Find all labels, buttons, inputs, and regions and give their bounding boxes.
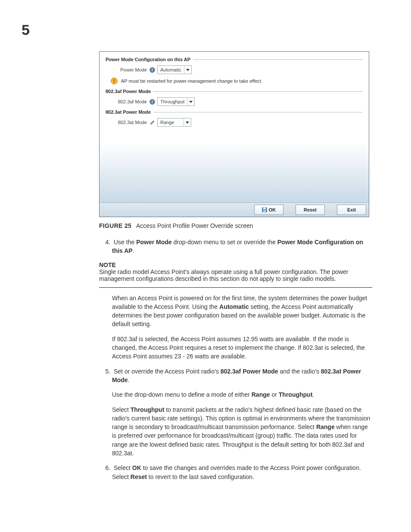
af-mode-dropdown[interactable]: Throughput — [157, 97, 195, 106]
at-mode-dropdown[interactable]: Range — [157, 118, 191, 127]
warning-text: AP must be restarted for power-managemen… — [121, 78, 262, 84]
screenshot-footer: OK Reset Exit — [100, 202, 369, 217]
dropdown-value: Throughput — [158, 98, 187, 106]
at-mode-row: 802.3at Mode Range — [113, 118, 363, 127]
divider-line — [153, 91, 363, 92]
af-mode-label: 802.3af Mode — [113, 99, 149, 104]
steps-list: Use the Power Mode drop-down menu to set… — [99, 238, 372, 255]
svg-rect-1 — [263, 208, 266, 209]
section-title-8023at: 802.3at Power Mode — [106, 109, 363, 115]
screenshot-panel: Power Mode Configuration on this AP Powe… — [99, 51, 369, 217]
chevron-down-icon — [184, 121, 191, 124]
section-title-8023af: 802.3af Power Mode — [106, 89, 363, 94]
power-mode-row: Power Mode i Automatic — [113, 65, 363, 74]
reset-button[interactable]: Reset — [296, 205, 325, 215]
paragraph-8023af: If 802.3af is selected, the Access Point… — [112, 335, 372, 361]
section-title-text: 802.3af Power Mode — [106, 89, 151, 94]
warning-row: ! AP must be restarted for power-managem… — [111, 78, 363, 84]
af-mode-row: 802.3af Mode i Throughput — [113, 97, 363, 106]
info-icon[interactable]: i — [149, 99, 155, 105]
figure-caption: FIGURE 25 Access Point Profile Power Ove… — [99, 222, 372, 229]
divider-line — [153, 112, 363, 112]
ok-button-label: OK — [269, 207, 276, 212]
steps-list-5: Set or override the Access Point radio's… — [99, 367, 372, 385]
divider-line — [193, 59, 363, 60]
figure-title: Access Point Profile Power Override scre… — [136, 222, 253, 229]
dropdown-value: Range — [158, 118, 184, 126]
chapter-number: 5 — [22, 22, 372, 38]
power-mode-dropdown[interactable]: Automatic — [157, 65, 192, 74]
power-mode-label: Power Mode — [113, 67, 149, 72]
section-title-power-mode-config: Power Mode Configuration on this AP — [106, 57, 363, 62]
exit-button[interactable]: Exit — [337, 205, 366, 215]
section-title-text: 802.3at Power Mode — [106, 109, 151, 115]
section-title-text: Power Mode Configuration on this AP — [106, 57, 190, 62]
steps-list-6: Select OK to save the changes and overri… — [99, 464, 372, 481]
svg-rect-2 — [263, 210, 266, 212]
step5-para-1: Use the drop-down menu to define a mode … — [112, 390, 372, 399]
step-4: Use the Power Mode drop-down menu to set… — [112, 238, 372, 255]
warning-icon: ! — [111, 78, 118, 84]
info-icon[interactable]: i — [149, 67, 155, 73]
note-label: NOTE — [99, 261, 372, 268]
at-mode-label: 802.3at Mode — [113, 120, 149, 125]
ok-button[interactable]: OK — [254, 205, 283, 215]
note-block: NOTE Single radio model Access Point's a… — [99, 261, 372, 288]
save-disk-icon — [262, 207, 267, 212]
chevron-down-icon — [187, 101, 194, 103]
paragraph-automatic: When an Access Point is powered on for t… — [112, 294, 372, 329]
step-5: Set or override the Access Point radio's… — [112, 367, 372, 385]
step-6: Select OK to save the changes and overri… — [112, 464, 372, 481]
step5-para-2: Select Throughput to transmit packets at… — [112, 405, 372, 458]
chevron-down-icon — [184, 69, 191, 71]
figure-label: FIGURE 25 — [99, 222, 131, 229]
dropdown-value: Automatic — [158, 66, 184, 74]
note-text: Single radio model Access Point's always… — [99, 268, 372, 282]
pencil-icon[interactable] — [149, 120, 155, 125]
